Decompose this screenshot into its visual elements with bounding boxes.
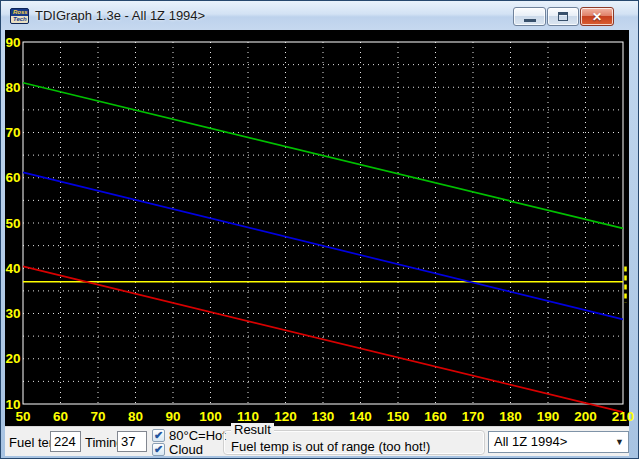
x-tick-label: 120 <box>274 409 297 424</box>
minimize-button[interactable] <box>513 7 546 26</box>
result-groupbox: Result Fuel temp is out of range (too ho… <box>223 430 485 455</box>
cloud-checkbox-label: Cloud <box>169 442 203 457</box>
y-tick-label: 70 <box>5 125 20 140</box>
maximize-button[interactable] <box>547 7 579 26</box>
chevron-down-icon: ▼ <box>615 437 624 447</box>
x-tick-label: 200 <box>574 409 597 424</box>
y-tick-label: 80 <box>5 80 20 95</box>
x-tick-label: 180 <box>499 409 522 424</box>
app-window: Ross Tech TDIGraph 1.3e - All 1Z 1994> ✕… <box>0 0 639 459</box>
window-title: TDIGraph 1.3e - All 1Z 1994> <box>35 8 205 23</box>
close-button[interactable]: ✕ <box>580 7 614 26</box>
minimize-icon <box>524 19 536 22</box>
hot-checkbox-label: 80°C=Hot <box>169 428 226 443</box>
check-icon: ✔ <box>154 444 163 455</box>
x-tick-label: 90 <box>165 409 180 424</box>
hot-checkbox[interactable]: ✔ <box>152 429 165 442</box>
close-icon: ✕ <box>592 11 602 23</box>
result-group-label: Result <box>231 423 274 437</box>
control-bar: Fuel temp Timing ✔ 80°C=Hot ✔ Cloud Resu… <box>5 426 629 456</box>
red-lower-line <box>23 266 623 412</box>
cloud-checkbox[interactable]: ✔ <box>152 443 165 456</box>
y-tick-label: 40 <box>5 261 20 276</box>
x-tick-label: 190 <box>537 409 560 424</box>
title-bar: Ross Tech TDIGraph 1.3e - All 1Z 1994> ✕ <box>1 1 639 30</box>
maximize-icon <box>558 12 568 21</box>
fuel-temp-input[interactable] <box>50 431 81 452</box>
y-tick-label: 60 <box>5 170 20 185</box>
ross-tech-logo-icon: Ross Tech <box>10 8 29 24</box>
vehicle-select-value: All 1Z 1994> <box>494 434 567 449</box>
vehicle-select[interactable]: All 1Z 1994> ▼ <box>488 431 629 453</box>
graph-area: 9080706050403020105060708090100110120130… <box>5 30 629 426</box>
result-text: Fuel temp is out of range (too hot!) <box>231 439 430 454</box>
x-tick-label: 160 <box>424 409 447 424</box>
x-tick-label: 100 <box>199 409 222 424</box>
y-tick-label: 50 <box>5 216 20 231</box>
x-tick-label: 130 <box>312 409 335 424</box>
x-tick-label: 70 <box>90 409 105 424</box>
x-tick-label: 60 <box>53 409 68 424</box>
x-tick-label: 210 <box>612 409 635 424</box>
logo-text-bottom: Tech <box>11 16 28 23</box>
y-tick-label: 30 <box>5 306 20 321</box>
y-tick-label: 90 <box>5 35 20 50</box>
x-tick-label: 50 <box>15 409 30 424</box>
timing-input[interactable] <box>117 431 147 452</box>
x-tick-label: 80 <box>128 409 143 424</box>
x-tick-label: 140 <box>349 409 372 424</box>
timing-chart: 9080706050403020105060708090100110120130… <box>5 30 629 426</box>
x-tick-label: 150 <box>387 409 410 424</box>
check-icon: ✔ <box>154 430 163 441</box>
x-tick-label: 170 <box>462 409 485 424</box>
logo-text-top: Ross <box>11 9 28 16</box>
y-tick-label: 20 <box>5 351 20 366</box>
